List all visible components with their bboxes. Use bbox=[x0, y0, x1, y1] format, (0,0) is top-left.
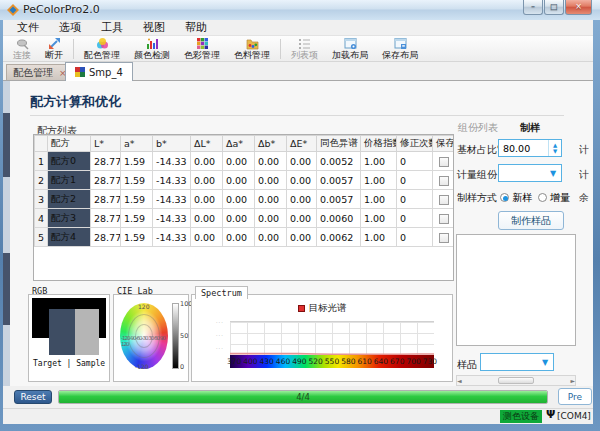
toolbar-label: 加载布局 bbox=[332, 50, 368, 60]
x-tick: 430 bbox=[260, 357, 274, 366]
save-checkbox[interactable] bbox=[439, 176, 449, 186]
workspace: 配方计算和优化 配方列表 配方 L* a* b* ΔL* Δa* Δb* bbox=[3, 80, 593, 386]
value-cell: 0.00 bbox=[223, 209, 255, 228]
x-tick: 700 bbox=[406, 357, 420, 366]
col-header[interactable]: ΔE* bbox=[287, 136, 317, 152]
value-cell: 0.00 bbox=[287, 152, 317, 171]
maximize-button[interactable]: □ bbox=[544, 0, 564, 15]
disconnect-button[interactable]: 断开 bbox=[38, 36, 70, 62]
tab-color-match-manage[interactable]: 配色管理 × bbox=[6, 64, 74, 80]
menu-options[interactable]: 选项 bbox=[49, 19, 91, 36]
value-cell: 28.77 bbox=[91, 171, 121, 190]
table-row[interactable]: 4配方328.771.59-14.330.000.000.000.000.006… bbox=[35, 209, 455, 228]
connect-button[interactable]: 连接 bbox=[6, 36, 38, 62]
page-title: 配方计算和优化 bbox=[30, 93, 121, 111]
save-checkbox[interactable] bbox=[439, 157, 449, 167]
color-detect-button[interactable]: 颜色检测 bbox=[127, 36, 177, 62]
col-header[interactable]: 价格指数 bbox=[361, 136, 397, 152]
close-button[interactable]: × bbox=[565, 0, 592, 15]
sample-dropdown[interactable]: ▼ bbox=[480, 353, 554, 371]
app-icon bbox=[7, 4, 19, 16]
value-cell: 1.00 bbox=[361, 209, 397, 228]
formula-name-cell: 配方1 bbox=[48, 171, 91, 190]
col-header[interactable]: L* bbox=[91, 136, 121, 152]
menu-tools[interactable]: 工具 bbox=[91, 19, 133, 36]
dropdown-arrow-icon[interactable]: ▼ bbox=[537, 358, 553, 367]
scroll-right-icon[interactable]: ► bbox=[570, 377, 575, 384]
col-header[interactable]: b* bbox=[153, 136, 191, 152]
dropdown-arrow-icon[interactable]: ▼ bbox=[545, 169, 561, 178]
connect-icon bbox=[16, 37, 29, 50]
tab-smp4[interactable]: Smp_4 bbox=[65, 62, 133, 81]
col-header[interactable]: 修正次数 bbox=[397, 136, 433, 152]
wavelength-axis: 370400430460490520550580610640670700730 bbox=[230, 355, 434, 368]
col-header[interactable]: a* bbox=[121, 136, 153, 152]
col-header[interactable]: Δa* bbox=[223, 136, 255, 152]
menu-file[interactable]: 文件 bbox=[7, 19, 49, 36]
pre-button[interactable]: Pre bbox=[558, 388, 592, 405]
substrate-input[interactable] bbox=[499, 141, 548, 155]
col-header[interactable]: Δb* bbox=[255, 136, 287, 152]
value-cell: 0.00 bbox=[223, 171, 255, 190]
save-layout-button[interactable]: 保存布局 bbox=[375, 36, 425, 62]
value-cell: 1.00 bbox=[361, 190, 397, 209]
list-items-button[interactable]: 列表项 bbox=[284, 36, 325, 62]
color-manage-button[interactable]: 色彩管理 bbox=[177, 36, 227, 62]
usb-icon: Ψ bbox=[546, 408, 555, 421]
save-checkbox[interactable] bbox=[439, 214, 449, 224]
table-row[interactable]: 1配方028.771.59-14.330.000.000.000.000.005… bbox=[35, 152, 455, 171]
scroll-left-icon[interactable]: ◄ bbox=[457, 377, 462, 384]
row-number: 5 bbox=[35, 228, 48, 247]
spinner-arrows[interactable]: ▲▼ bbox=[548, 140, 561, 156]
reset-button[interactable]: Reset bbox=[14, 390, 52, 404]
col-header[interactable]: 保存 bbox=[433, 136, 455, 152]
sample-swatch bbox=[75, 309, 99, 355]
toolbar-label: 配色管理 bbox=[84, 50, 120, 60]
radio-new-sample[interactable]: 新样 bbox=[500, 191, 532, 205]
horizontal-scrollbar[interactable]: ◄ ► bbox=[456, 375, 576, 386]
table-row[interactable]: 5配方428.771.59-14.330.000.000.000.000.006… bbox=[35, 228, 455, 247]
col-header[interactable]: 同色异谱 bbox=[317, 136, 361, 152]
minimize-button[interactable]: – bbox=[523, 0, 543, 15]
save-checkbox[interactable] bbox=[439, 195, 449, 205]
colorant-manage-button[interactable]: 色料管理 bbox=[227, 36, 277, 62]
value-cell: 0.00 bbox=[223, 190, 255, 209]
tab-make-sample[interactable]: 制样 bbox=[520, 121, 540, 135]
value-cell: 1.00 bbox=[361, 152, 397, 171]
table-row[interactable]: 2配方128.771.59-14.330.000.000.000.000.005… bbox=[35, 171, 455, 190]
make-sample-button[interactable]: 制作样品 bbox=[498, 211, 564, 230]
value-cell: 1.59 bbox=[121, 171, 153, 190]
color-match-manage-button[interactable]: 配色管理 bbox=[77, 36, 127, 62]
radio-icon bbox=[538, 193, 547, 202]
value-cell: 0.00 bbox=[287, 228, 317, 247]
component-dropdown[interactable]: ▼ bbox=[498, 164, 562, 182]
spectrum-tab[interactable]: Spectrum bbox=[195, 286, 248, 299]
x-tick: 550 bbox=[325, 357, 339, 366]
save-checkbox[interactable] bbox=[439, 233, 449, 243]
doc-tabbar: 配色管理 × Smp_4 bbox=[3, 62, 593, 81]
tab-component-list[interactable]: 组份列表 bbox=[458, 121, 498, 135]
value-cell: 0.00 bbox=[191, 209, 223, 228]
spin-down-icon[interactable]: ▼ bbox=[553, 148, 557, 154]
substrate-spinner[interactable]: ▲▼ bbox=[498, 139, 562, 157]
col-header[interactable]: 配方 bbox=[48, 136, 91, 152]
load-layout-button[interactable]: 加载布局 bbox=[325, 36, 375, 62]
menu-view[interactable]: 视图 bbox=[133, 19, 175, 36]
x-tick: 730 bbox=[423, 357, 437, 366]
value-cell: 0 bbox=[397, 209, 433, 228]
formula-name-cell: 配方0 bbox=[48, 152, 91, 171]
table-row[interactable]: 3配方228.771.59-14.330.000.000.000.000.005… bbox=[35, 190, 455, 209]
value-cell: 0.00 bbox=[223, 152, 255, 171]
value-cell: 0.0052 bbox=[317, 152, 361, 171]
disconnect-icon bbox=[48, 37, 61, 50]
value-cell: 0.00 bbox=[255, 228, 287, 247]
x-tick: 640 bbox=[374, 357, 388, 366]
title-divider bbox=[30, 115, 564, 116]
formula-name-cell: 配方2 bbox=[48, 190, 91, 209]
scroll-thumb[interactable] bbox=[498, 377, 534, 384]
col-header[interactable]: ΔL* bbox=[191, 136, 223, 152]
menu-help[interactable]: 帮助 bbox=[175, 19, 217, 36]
component-listbox[interactable] bbox=[456, 234, 576, 346]
collapsed-panel-strip[interactable] bbox=[3, 81, 10, 386]
radio-increment[interactable]: 增量 bbox=[538, 191, 570, 205]
